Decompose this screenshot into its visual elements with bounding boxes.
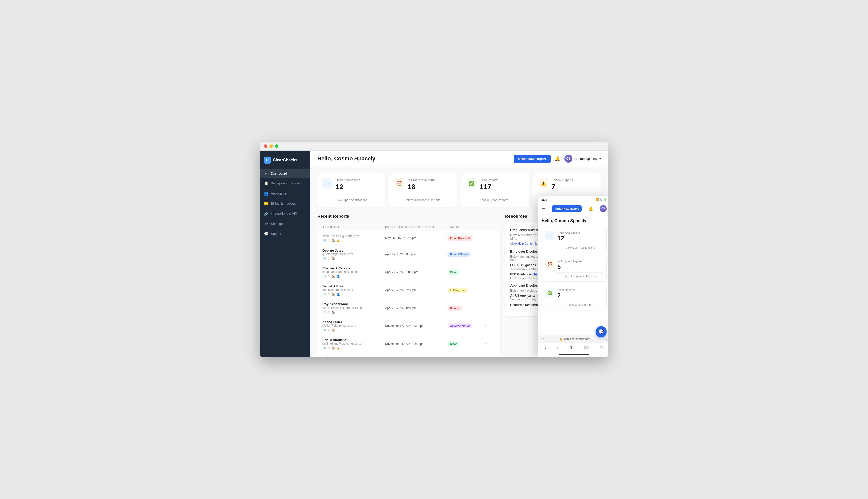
sidebar-item-integrations[interactable]: 🔗 Integrations & API: [260, 209, 310, 218]
row-chevron-icon[interactable]: ›: [485, 288, 495, 292]
legal-icon: ⚖: [328, 239, 330, 242]
sidebar-item-label: Background Reports: [271, 181, 301, 185]
applicant-email: rkesserwani@clearchecks.com: [322, 306, 385, 309]
mobile-stat-number: 12: [557, 235, 603, 242]
applicant-cell: Keena Fuller kfuller@clearchecks.com 📧 ⚖…: [322, 320, 385, 332]
order-date: November 04, 2021 • 3:34pm: [385, 342, 448, 345]
mobile-wifi-icon: 📡: [599, 198, 603, 201]
mobile-nav-controls: ‹ › ⬆ 📖 ⧉: [537, 343, 608, 352]
mobile-order-button[interactable]: Order New Report: [552, 205, 582, 212]
mobile-stat-card-clear-reports: ✅ Clear Reports 2 View Clear Reports: [542, 284, 607, 310]
status-badge: Email Clicked: [448, 252, 471, 257]
row-chevron-icon[interactable]: ›: [485, 342, 495, 346]
all-us-label: All US Applicants: [510, 294, 535, 297]
view-in-progress-link[interactable]: View In-Progress Reports: [394, 195, 452, 202]
email-icon: 📧: [322, 275, 326, 278]
status-badge: Clear: [448, 341, 460, 346]
sidebar-navigation: ⌂ Dashboard 📋 Background Reports 👥 Appli…: [260, 169, 310, 239]
table-row[interactable]: Charles A Cafazza charlie@clearchecks.co…: [317, 263, 500, 281]
mobile-view-link[interactable]: View Open Applications: [557, 244, 603, 249]
mobile-stat-number: 5: [557, 263, 603, 270]
mobile-view-link[interactable]: View Clear Reports: [557, 301, 603, 306]
stat-info-clear: Clear Reports 117: [479, 178, 524, 191]
order-date: April 29, 2022 • 8:47pm: [385, 253, 448, 256]
sidebar-item-billing[interactable]: 💳 Billing & Invoices: [260, 199, 310, 208]
legal-icon: ⚖: [328, 275, 330, 278]
table-row[interactable]: Sanja Bozic 📧 ⚖ 🏠 September 13, 2021 • 6…: [317, 353, 500, 357]
browser-dot-green[interactable]: [275, 144, 278, 148]
table-row[interactable]: Daniel A Ellis dan@clearchecks.com 📧 ⚖ 🏠…: [317, 281, 500, 299]
stat-info-in-progress: In-Progress Reports 18: [407, 178, 452, 191]
row-chevron-icon[interactable]: ›: [485, 252, 495, 256]
table-row[interactable]: Roy Kesserwani rkesserwani@clearchecks.c…: [317, 299, 500, 317]
view-open-applications-link[interactable]: View Open Applications: [322, 195, 380, 202]
email-icon: 📧: [322, 311, 326, 314]
status-cell: Email Clicked: [448, 252, 485, 257]
status-cell: Review: [448, 305, 485, 311]
order-new-report-button[interactable]: Order New Report: [513, 155, 551, 163]
user-avatar[interactable]: CS Cosmo Spacely ▾: [564, 155, 601, 163]
browser-dot-red[interactable]: [264, 144, 267, 148]
sidebar-item-support[interactable]: 💬 Support: [260, 229, 310, 239]
applicant-cell: Roy Kesserwani rkesserwani@clearchecks.c…: [322, 302, 385, 314]
browser-dot-yellow[interactable]: [270, 144, 273, 148]
clock-icon: ⏰: [397, 181, 402, 186]
mobile-view-link[interactable]: View In-Progress Reports: [557, 272, 603, 278]
sidebar-item-applicants[interactable]: 👥 Applicants: [260, 189, 310, 198]
legal-icon: ⚖: [328, 328, 330, 332]
mobile-signal-icon: 📶: [596, 198, 598, 201]
stat-info-review: Review Reports 7: [551, 178, 596, 191]
mobile-time: 2:34: [542, 198, 547, 201]
dashboard-icon: ⌂: [264, 171, 269, 175]
stat-number: 18: [407, 183, 452, 191]
status-cell: Email Bounced: [448, 236, 485, 241]
table-row[interactable]: staid02cosmic@icloud.com 📧 ⚖ 🏠 🔒 May 26,…: [317, 231, 500, 245]
sidebar-item-background-reports[interactable]: 📋 Background Reports: [260, 179, 310, 188]
order-date: May 26, 2022 • 7:39pm: [385, 236, 448, 240]
mobile-menu-icon[interactable]: ☰: [542, 206, 546, 211]
notification-bell-icon[interactable]: 🔔: [555, 156, 560, 161]
home-icon: 🏠: [332, 328, 335, 332]
mobile-share-button[interactable]: ⬆: [569, 345, 573, 350]
mobile-refresh-icon[interactable]: ↻: [605, 337, 608, 341]
status-cell: In Progress: [448, 288, 485, 293]
applicant-email: kfuller@clearchecks.com: [322, 324, 385, 327]
home-icon: 🏠: [332, 311, 335, 314]
mobile-stat-card-open-applications: ✉️ Open Applications 12 View Open Applic…: [542, 228, 607, 253]
applicant-email: g_jetson@starlink.com: [322, 252, 385, 256]
avatar-initials: CS: [566, 157, 571, 160]
mobile-chat-button[interactable]: 💬: [596, 326, 607, 337]
table-row[interactable]: Eric Millholland emillholland@clearcheck…: [317, 335, 500, 353]
table-row[interactable]: George Jetson g_jetson@starlink.com 📧 ⚖ …: [317, 245, 500, 263]
logo-icon: C: [264, 157, 271, 164]
mobile-tabs-button[interactable]: ⧉: [601, 345, 604, 350]
applicant-name: Charles A Cafazza: [322, 266, 385, 270]
sidebar-item-settings[interactable]: ⚙ Settings: [260, 219, 310, 229]
sidebar-item-dashboard[interactable]: ⌂ Dashboard: [260, 169, 310, 178]
mobile-back-button[interactable]: ‹: [545, 345, 546, 350]
row-chevron-icon[interactable]: ›: [485, 270, 495, 274]
lock-icon: 🔒: [336, 239, 340, 242]
status-badge: Adverse Notice: [448, 324, 473, 328]
more-options-button[interactable]: ⋮: [485, 236, 495, 241]
mobile-bell-icon[interactable]: 🔔: [588, 206, 593, 211]
table-row[interactable]: Keena Fuller kfuller@clearchecks.com 📧 ⚖…: [317, 317, 500, 335]
email-icon: ✉️: [325, 181, 330, 186]
view-clear-reports-link[interactable]: View Clear Reports: [466, 195, 524, 202]
email-icon: 📧: [322, 328, 326, 332]
mobile-avatar-initials: CS: [602, 207, 605, 210]
row-chevron-icon[interactable]: ›: [485, 324, 495, 328]
status-badge: Clear: [448, 270, 460, 275]
status-badge: In Progress: [448, 288, 468, 293]
mobile-url-bar: 🔒 app.clearchecks.com: [559, 337, 590, 341]
mobile-bookmarks-button[interactable]: 📖: [584, 345, 590, 350]
row-chevron-icon[interactable]: ›: [485, 306, 495, 310]
sidebar-item-label: Dashboard: [271, 172, 287, 175]
applicant-cell: Sanja Bozic 📧 ⚖ 🏠: [322, 356, 385, 357]
applicant-cell: staid02cosmic@icloud.com 📧 ⚖ 🏠 🔒: [322, 234, 385, 242]
mobile-nav-bar: ☰ Order New Report 🔔 CS: [537, 203, 608, 215]
browser-chrome: [260, 142, 608, 150]
fcra-obligations-label: FCRA Obligations: [510, 263, 536, 267]
mobile-forward-button[interactable]: ›: [557, 345, 558, 350]
applicant-cell: Daniel A Ellis dan@clearchecks.com 📧 ⚖ 🏠…: [322, 284, 385, 296]
